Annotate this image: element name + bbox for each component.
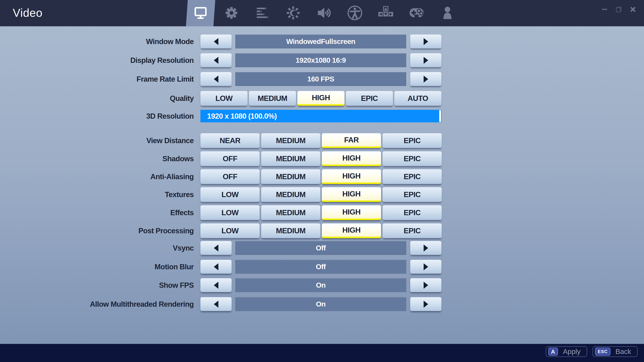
show-fps-prev-button[interactable] <box>200 278 232 292</box>
close-button[interactable] <box>630 6 636 13</box>
setting-row-view-distance: View Distance NEAR MEDIUM FAR EPIC <box>0 133 644 148</box>
effects-option-low[interactable]: LOW <box>200 205 260 220</box>
apply-button[interactable]: A Apply <box>546 346 587 357</box>
setting-row-allow-multithreaded-rendering: Allow Multithreaded Rendering On <box>0 297 644 311</box>
window-mode-value: WindowedFullscreen <box>235 34 406 48</box>
textures-option-high[interactable]: HIGH <box>322 187 381 202</box>
setting-row-effects: Effects LOW MEDIUM HIGH EPIC <box>0 205 644 220</box>
vsync-prev-button[interactable] <box>200 241 232 255</box>
view-distance-option-epic[interactable]: EPIC <box>382 133 442 148</box>
setting-row-vsync: Vsync Off <box>0 241 644 255</box>
multithreaded-rendering-prev-button[interactable] <box>200 297 232 311</box>
textures-option-low[interactable]: LOW <box>200 187 260 202</box>
quality-option-epic[interactable]: EPIC <box>346 91 393 106</box>
motion-blur-value: Off <box>235 260 406 274</box>
quality-option-high[interactable]: HIGH <box>297 91 344 106</box>
setting-row-textures: Textures LOW MEDIUM HIGH EPIC <box>0 187 644 202</box>
show-fps-value: On <box>235 278 406 292</box>
effects-option-epic[interactable]: EPIC <box>382 205 442 220</box>
3d-resolution-slider[interactable]: 1920 x 1080 (100.0%) <box>200 110 442 122</box>
window-mode-next-button[interactable] <box>410 34 442 48</box>
setting-label: View Distance <box>0 136 200 145</box>
right-arrow-icon <box>424 245 428 252</box>
shadows-option-medium[interactable]: MEDIUM <box>261 151 320 166</box>
textures-option-medium[interactable]: MEDIUM <box>261 187 320 202</box>
effects-option-medium[interactable]: MEDIUM <box>261 205 320 220</box>
multithreaded-rendering-value: On <box>235 297 406 311</box>
gear-icon <box>224 5 239 21</box>
key-a-icon: A <box>548 348 558 356</box>
tab-video[interactable] <box>185 0 216 26</box>
tab-audio[interactable] <box>308 0 340 26</box>
effects-option-high[interactable]: HIGH <box>322 205 381 220</box>
account-icon <box>440 5 455 21</box>
footer-buttons: A Apply ESC Back <box>546 346 638 357</box>
frame-rate-prev-button[interactable] <box>200 72 232 86</box>
tab-game-ui[interactable] <box>247 0 278 26</box>
view-distance-option-near[interactable]: NEAR <box>200 133 260 148</box>
setting-label: Textures <box>0 190 200 199</box>
multithreaded-rendering-next-button[interactable] <box>410 297 442 311</box>
back-button-label: Back <box>616 348 631 356</box>
view-distance-option-far[interactable]: FAR <box>322 133 381 148</box>
audio-speaker-icon <box>316 5 332 21</box>
setting-label: Motion Blur <box>0 263 200 271</box>
tab-game[interactable] <box>216 0 247 26</box>
window-mode-prev-button[interactable] <box>200 34 232 48</box>
post-processing-option-high[interactable]: HIGH <box>322 223 381 238</box>
tab-brightness[interactable] <box>278 0 308 26</box>
vsync-next-button[interactable] <box>410 241 442 255</box>
page-title: Video <box>13 6 42 19</box>
shadows-option-off[interactable]: OFF <box>200 151 260 166</box>
minimize-button[interactable] <box>602 6 608 13</box>
display-resolution-prev-button[interactable] <box>200 53 232 67</box>
frame-rate-next-button[interactable] <box>410 72 442 86</box>
motion-blur-prev-button[interactable] <box>200 260 232 274</box>
accessibility-icon <box>347 5 363 22</box>
quality-option-medium[interactable]: MEDIUM <box>249 91 296 106</box>
header-bar: Video <box>0 0 644 26</box>
key-esc-icon: ESC <box>595 348 610 356</box>
textures-option-epic[interactable]: EPIC <box>382 187 442 202</box>
setting-label: Vsync <box>0 244 200 252</box>
left-arrow-icon <box>214 57 218 64</box>
display-resolution-next-button[interactable] <box>410 53 442 67</box>
setting-label: Post Processing <box>0 227 200 235</box>
setting-label: Quality <box>0 94 200 103</box>
slider-handle[interactable] <box>439 110 441 122</box>
left-arrow-icon <box>214 263 218 270</box>
left-arrow-icon <box>214 76 218 83</box>
restore-button[interactable] <box>616 6 622 13</box>
post-processing-option-medium[interactable]: MEDIUM <box>261 223 320 238</box>
quality-option-low[interactable]: LOW <box>200 91 248 106</box>
right-arrow-icon <box>424 301 428 308</box>
anti-aliasing-option-off[interactable]: OFF <box>200 169 260 184</box>
right-arrow-icon <box>424 263 428 270</box>
setting-row-shadows: Shadows OFF MEDIUM HIGH EPIC <box>0 151 644 166</box>
tab-accessibility[interactable] <box>340 0 370 26</box>
left-arrow-icon <box>214 282 218 289</box>
shadows-option-epic[interactable]: EPIC <box>382 151 442 166</box>
motion-blur-next-button[interactable] <box>410 260 442 274</box>
shadows-option-high[interactable]: HIGH <box>322 151 381 166</box>
tab-account[interactable] <box>432 0 463 26</box>
anti-aliasing-option-medium[interactable]: MEDIUM <box>261 169 320 184</box>
setting-row-frame-rate-limit: Frame Rate Limit 160 FPS <box>0 72 644 86</box>
anti-aliasing-option-high[interactable]: HIGH <box>322 169 381 184</box>
show-fps-next-button[interactable] <box>410 278 442 292</box>
right-arrow-icon <box>424 76 428 83</box>
setting-label: 3D Resolution <box>0 112 200 120</box>
game-sliders-icon <box>254 5 270 21</box>
post-processing-option-low[interactable]: LOW <box>200 223 260 238</box>
quality-option-auto[interactable]: AUTO <box>394 91 442 106</box>
setting-label: Shadows <box>0 155 200 163</box>
left-arrow-icon <box>214 245 218 252</box>
footer-bar: A Apply ESC Back <box>0 344 644 362</box>
setting-row-show-fps: Show FPS On <box>0 278 644 292</box>
tab-input[interactable] <box>370 0 401 26</box>
tab-controller[interactable] <box>401 0 432 26</box>
back-button[interactable]: ESC Back <box>592 346 638 357</box>
view-distance-option-medium[interactable]: MEDIUM <box>261 133 320 148</box>
post-processing-option-epic[interactable]: EPIC <box>382 223 442 238</box>
anti-aliasing-option-epic[interactable]: EPIC <box>382 169 442 184</box>
